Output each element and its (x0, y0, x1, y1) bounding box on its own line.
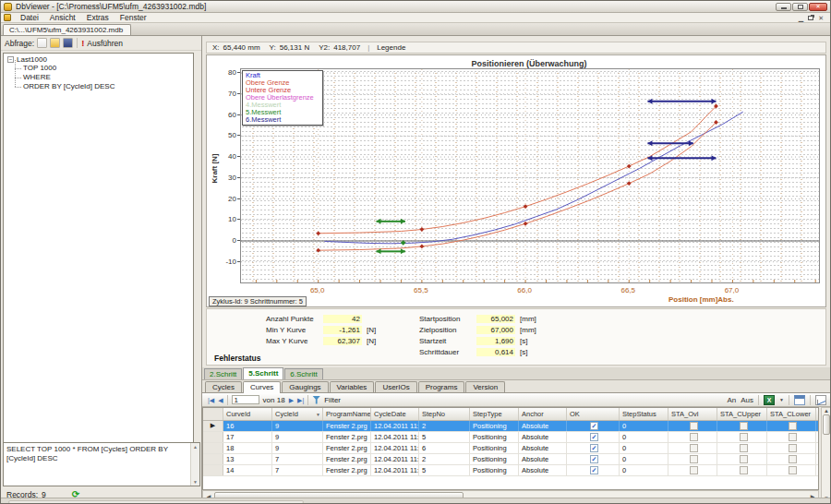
tab-cycles[interactable]: Cycles (205, 381, 242, 392)
checkbox-checked[interactable]: ✓ (590, 466, 598, 474)
step-tab-2.schritt[interactable]: 2.Schritt (204, 368, 242, 379)
column-header-cycleid[interactable]: CycleId▼ (272, 408, 323, 420)
menu-ansicht[interactable]: Ansicht (44, 13, 81, 22)
table-row[interactable]: ▶169Fenster 2.prg12.04.2011 11:2...2Posi… (203, 421, 818, 432)
plot-area[interactable] (240, 68, 820, 283)
column-header-stepno[interactable]: StepNo (419, 408, 470, 420)
checkbox-unchecked[interactable] (740, 422, 748, 430)
tab-curves[interactable]: Curves (243, 381, 281, 393)
table-row[interactable]: 189Fenster 2.prg12.04.2011 11:2...6Posit… (203, 443, 818, 454)
column-header-curveid[interactable]: CurveId (223, 408, 272, 420)
bottom-scrollbar[interactable] (8, 500, 304, 504)
column-header-sta_clower[interactable]: STA_CLower (767, 408, 816, 420)
step-tab-5.schritt[interactable]: 5.Schritt (243, 367, 283, 379)
tab-gaugings[interactable]: Gaugings (282, 381, 328, 392)
tab-userios[interactable]: UserIOs (375, 381, 416, 392)
column-header-programname[interactable]: ProgramName (323, 408, 371, 420)
prev-page-button[interactable]: ◀ (218, 397, 223, 403)
tab-version[interactable]: Version (465, 381, 505, 392)
row-selector[interactable] (203, 465, 223, 475)
menu-fenster[interactable]: Fenster (114, 13, 152, 22)
column-header-anchor[interactable]: Anchor (519, 408, 567, 420)
checkbox-checked[interactable]: ✓ (590, 444, 598, 452)
data-tabstrip: CyclesCurvesGaugingsVariablesUserIOsProg… (202, 380, 831, 393)
sql-scrollbar[interactable]: ▲▼ (190, 443, 199, 486)
stat-value: 62,307 (323, 337, 362, 345)
first-page-button[interactable]: |◀ (208, 397, 214, 403)
close-button[interactable]: ✕ (809, 3, 827, 11)
excel-dropdown-icon[interactable]: ▼ (779, 397, 784, 402)
last-page-button[interactable]: ▶| (297, 397, 304, 403)
tab-programs[interactable]: Programs (418, 381, 465, 392)
checkbox-unchecked[interactable] (740, 455, 748, 463)
open-query-icon[interactable] (50, 38, 60, 48)
checkbox-unchecked[interactable] (740, 444, 748, 452)
tree-node[interactable]: WHERE (12, 73, 193, 82)
an-button[interactable]: An (727, 396, 736, 404)
step-tab-6.schritt[interactable]: 6.Schritt (284, 368, 322, 379)
menu-datei[interactable]: Datei (15, 13, 44, 22)
checkbox-unchecked[interactable] (690, 444, 698, 452)
checkbox-checked[interactable]: ✓ (590, 455, 598, 463)
column-header-sta_ovl[interactable]: STA_Ovl (668, 408, 717, 420)
tree-root-node[interactable]: − Last1000 (4, 54, 193, 64)
row-selector[interactable] (203, 443, 223, 453)
legend-toggle[interactable]: Legende (377, 43, 405, 52)
show-chart-icon[interactable] (815, 395, 826, 405)
table-row[interactable]: 179Fenster 2.prg12.04.2011 11:2...5Posit… (203, 432, 818, 443)
stat-unit: [N] (362, 326, 386, 334)
checkbox-unchecked[interactable] (740, 466, 748, 474)
checkbox-unchecked[interactable] (789, 466, 797, 474)
table-row[interactable]: 137Fenster 2.prg12.04.2011 11:1...2Posit… (203, 454, 818, 465)
x-tick-label: 66,0 (511, 286, 538, 294)
tree-node[interactable]: ORDER BY [CycleId] DESC (12, 82, 193, 91)
checkbox-unchecked[interactable] (789, 422, 797, 430)
column-header-steptype[interactable]: StepType (470, 408, 519, 420)
table-row[interactable]: 147Fenster 2.prg12.04.2011 11:1...5Posit… (203, 465, 818, 476)
minimize-button[interactable] (776, 3, 791, 11)
checkbox-unchecked[interactable] (789, 433, 797, 441)
column-header-sta_cupper[interactable]: STA_CUpper (717, 408, 767, 420)
maximize-button[interactable] (792, 3, 808, 11)
tree-node[interactable]: TOP 1000 (12, 64, 193, 73)
next-page-button[interactable]: ▶ (289, 397, 294, 403)
document-tab[interactable]: C:\...\UFM5\ufm_4263931002.mdb (3, 24, 131, 35)
excel-export-icon[interactable]: X (764, 395, 775, 405)
menu-extras[interactable]: Extras (81, 13, 114, 22)
column-header-cycledate[interactable]: CycleDate (371, 408, 419, 420)
mdi-restore-icon[interactable] (808, 16, 813, 20)
toolbar-separator (77, 38, 78, 48)
filter-button[interactable]: Filter (324, 396, 341, 404)
column-header-ok[interactable]: OK (567, 408, 620, 420)
checkbox-checked[interactable]: ✓ (590, 433, 598, 441)
row-selector[interactable]: ▶ (203, 421, 223, 431)
column-chooser-icon[interactable] (794, 395, 805, 405)
checkbox-unchecked[interactable] (740, 433, 748, 441)
aus-button[interactable]: Aus (741, 396, 753, 404)
page-number-input[interactable] (232, 395, 259, 404)
sql-editor[interactable]: SELECT TOP 1000 * FROM [Cycles] ORDER BY… (3, 442, 200, 486)
tree-expander-icon[interactable]: − (7, 56, 14, 63)
column-header-stepstatus[interactable]: StepStatus (620, 408, 668, 420)
query-tree: − Last1000 TOP 1000WHEREORDER BY [CycleI… (3, 53, 194, 455)
tab-variables[interactable]: Variables (330, 381, 375, 392)
checkbox-unchecked[interactable] (789, 444, 797, 452)
checkbox-unchecked[interactable] (789, 455, 797, 463)
new-query-icon[interactable] (37, 38, 47, 48)
execute-button[interactable]: Ausführen (87, 39, 123, 48)
grid-vertical-scrollbar[interactable]: ▲▼ (821, 407, 831, 503)
checkbox-unchecked[interactable] (690, 466, 698, 474)
cell-sta_ovl (668, 432, 717, 442)
row-selector[interactable] (203, 454, 223, 464)
checkbox-unchecked[interactable] (690, 455, 698, 463)
stat-unit: [s] (515, 337, 539, 345)
checkbox-checked[interactable]: ✓ (590, 422, 598, 430)
cycle-step-tab[interactable]: Zyklus-Id: 9 Schrittnummer: 5 (209, 296, 307, 306)
mdi-minimize-icon[interactable]: ▁ (799, 15, 803, 21)
save-query-icon[interactable] (63, 38, 73, 48)
checkbox-unchecked[interactable] (690, 433, 698, 441)
row-selector[interactable] (203, 432, 223, 442)
checkbox-unchecked[interactable] (690, 422, 698, 430)
stat-label: Startposition (419, 315, 476, 323)
mdi-close-icon[interactable]: ✕ (818, 15, 824, 21)
